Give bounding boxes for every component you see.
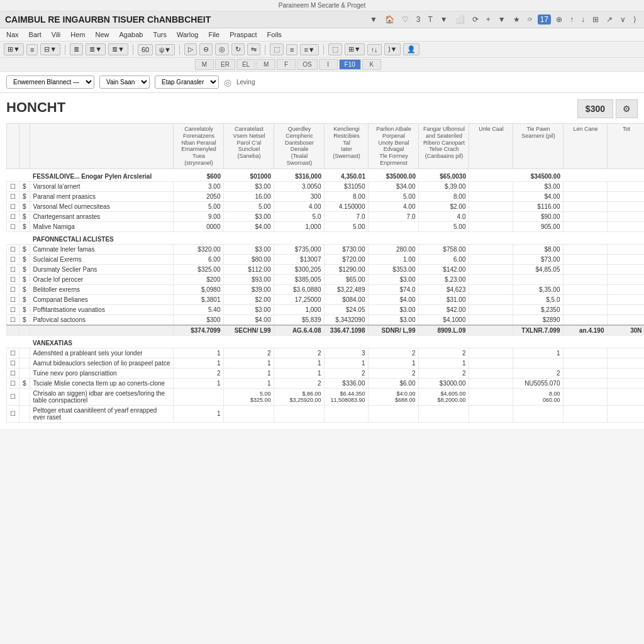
refresh-icon[interactable]: ⟳: [470, 14, 481, 25]
menu-hem[interactable]: Hem: [69, 30, 86, 39]
checkbox-5[interactable]: ☐: [7, 221, 19, 231]
toolbar-btn-15[interactable]: ≡: [286, 44, 297, 55]
checkbox-11[interactable]: ☐: [7, 294, 19, 304]
col-header-K[interactable]: K: [362, 59, 381, 70]
download-icon[interactable]: ↓: [579, 14, 587, 25]
menu-agabab[interactable]: Agabab: [118, 30, 144, 39]
dollar-1: $: [19, 181, 30, 191]
col-header-I[interactable]: I: [319, 59, 338, 70]
heart-icon[interactable]: ♡: [399, 14, 411, 25]
menu-turs[interactable]: Turs: [152, 30, 168, 39]
menu-vili[interactable]: Vili: [50, 30, 62, 39]
menu-file[interactable]: File: [207, 30, 221, 39]
text-icon[interactable]: T: [426, 14, 435, 25]
filter-circle-icon[interactable]: ◎: [224, 77, 231, 87]
toolbar-btn-18[interactable]: ⊞▼: [345, 43, 365, 55]
table-row: ☐ Adenshted a prableant sels your londer…: [7, 348, 645, 358]
row-label-19: Peltoger etuat caanitileent of yearf enr…: [30, 405, 174, 422]
col-header-ER[interactable]: ER: [215, 59, 235, 70]
menu-warlog[interactable]: Warlog: [175, 30, 199, 39]
toolbar-btn-2[interactable]: ≡: [26, 44, 38, 55]
toolbar-btn-10[interactable]: ⊖: [199, 43, 213, 55]
col-header-M2[interactable]: M: [257, 59, 275, 70]
menu-new[interactable]: New: [94, 30, 110, 39]
toolbar-btn-14[interactable]: ⬚: [270, 43, 284, 55]
filter-vain[interactable]: Vain Saan: [99, 75, 150, 89]
col-header-M[interactable]: M: [195, 59, 214, 70]
menu-nax[interactable]: Nax: [5, 30, 20, 39]
checkbox-3[interactable]: ☐: [7, 201, 19, 211]
toolbar-btn-5[interactable]: ≣▼: [86, 43, 106, 55]
col-header-OS[interactable]: OS: [297, 59, 317, 70]
checkbox-7[interactable]: ☐: [7, 254, 19, 264]
toolbar-btn-21[interactable]: 👤: [403, 43, 419, 55]
upload-icon[interactable]: ↑: [567, 14, 576, 25]
home-icon[interactable]: 🏠: [382, 14, 397, 25]
toolbar-btn-1[interactable]: ⊞▼: [4, 43, 24, 55]
totals-row: $374.7099 SECHN/ L99 AG.6.4.08 336.47.10…: [7, 325, 645, 336]
section1-val1: $600: [174, 169, 224, 181]
down-icon[interactable]: ▼: [438, 14, 450, 25]
checkbox-17[interactable]: ☐: [7, 378, 19, 388]
arrow-up-right-icon[interactable]: ↗: [604, 14, 615, 25]
toolbar-btn-19[interactable]: ↑↓: [367, 44, 382, 55]
toolbar-btn-4[interactable]: ≣: [70, 43, 83, 55]
table-row: ☐ Chrisalo an siggen) idbar are coetses/…: [7, 388, 645, 405]
checkbox-1[interactable]: ☐: [7, 181, 19, 191]
grid-icon[interactable]: ⊞: [590, 14, 601, 25]
chevron-right-icon[interactable]: ⟩: [631, 14, 639, 25]
num3-icon[interactable]: 3: [414, 14, 423, 25]
table-row: ☐ Peltoger etuat caanitileent of yearf e…: [7, 405, 645, 422]
menu-bart[interactable]: Bart: [28, 30, 43, 39]
toolbar-btn-16[interactable]: ≡▼: [300, 44, 318, 55]
toolbar-btn-3[interactable]: ⊟▼: [40, 43, 60, 55]
toolbar-btn-6[interactable]: ≣▼: [108, 43, 128, 55]
checkbox-2[interactable]: ☐: [7, 191, 19, 201]
toolbar-btn-7[interactable]: 60: [138, 44, 153, 55]
checkbox-4[interactable]: ☐: [7, 211, 19, 221]
filter-enwerneen[interactable]: Enwerneen Blannect —: [6, 75, 94, 89]
checkbox-13[interactable]: ☐: [7, 314, 19, 325]
checkbox-18[interactable]: ☐: [7, 388, 19, 405]
chevron-down-icon[interactable]: ∨: [618, 14, 628, 25]
drop2-icon[interactable]: ▼: [496, 14, 508, 25]
toolbar-btn-13[interactable]: ⇋: [247, 43, 260, 55]
star-icon[interactable]: ★: [511, 14, 523, 25]
settings-icon-button[interactable]: ⚙: [616, 99, 638, 118]
th-col7: Parlion AtbalePorpenalUnoty BenalEdvagal…: [369, 124, 419, 169]
checkbox-9[interactable]: ☐: [7, 274, 19, 284]
checkbox-10[interactable]: ☐: [7, 284, 19, 294]
dropdown-icon[interactable]: ▼: [367, 14, 380, 25]
toolbar-btn-20[interactable]: ⟩▼: [384, 43, 401, 55]
filter-etap[interactable]: Etap Granasler: [155, 75, 219, 89]
checkbox-8[interactable]: ☐: [7, 264, 19, 274]
menu-praspact[interactable]: Praspact: [228, 30, 258, 39]
checkbox-15[interactable]: ☐: [7, 358, 19, 368]
toolbar-btn-11[interactable]: ◎: [215, 43, 229, 55]
menu-foils[interactable]: Foils: [266, 30, 283, 39]
toolbar-btn-8[interactable]: ψ▼: [155, 44, 175, 55]
separator-4: [265, 45, 265, 55]
checkbox-6[interactable]: ☐: [7, 244, 19, 254]
square-icon[interactable]: ⬜: [453, 14, 467, 25]
col-header-F10[interactable]: F10: [339, 59, 361, 70]
checkbox-19[interactable]: ☐: [7, 405, 19, 422]
checkbox-16[interactable]: ☐: [7, 368, 19, 378]
col-header-F[interactable]: F: [277, 59, 296, 70]
col-header-EL[interactable]: EL: [236, 59, 255, 70]
toolbar-btn-17[interactable]: ⬚: [328, 43, 342, 55]
th-dollar: [19, 124, 30, 169]
menu-bar: Nax Bart Vili Hem New Agabab Turs Warlog…: [0, 28, 644, 42]
checkbox-14[interactable]: ☐: [7, 348, 19, 358]
table-row: ☐ Tuine nexv poro planscriattion 2 1 1 2…: [7, 368, 645, 378]
row-label-17: Tsciale Mislie conecta Item up ao conert…: [30, 378, 174, 388]
plus-icon[interactable]: +: [484, 14, 493, 25]
row-label-5: Malive Namiga: [30, 221, 174, 231]
row-label-6: Camnate lneler famas: [30, 244, 174, 254]
checkbox-12[interactable]: ☐: [7, 304, 19, 314]
circle-icon[interactable]: ⊕: [553, 14, 565, 25]
toolbar-btn-12[interactable]: ↻: [231, 43, 245, 55]
toolbar-btn-9[interactable]: ▷: [184, 43, 197, 55]
dollar-2: $: [19, 191, 30, 201]
table-row: ☐ $ Poffitantsatione vuanatios 5.40 $3.0…: [7, 304, 645, 314]
